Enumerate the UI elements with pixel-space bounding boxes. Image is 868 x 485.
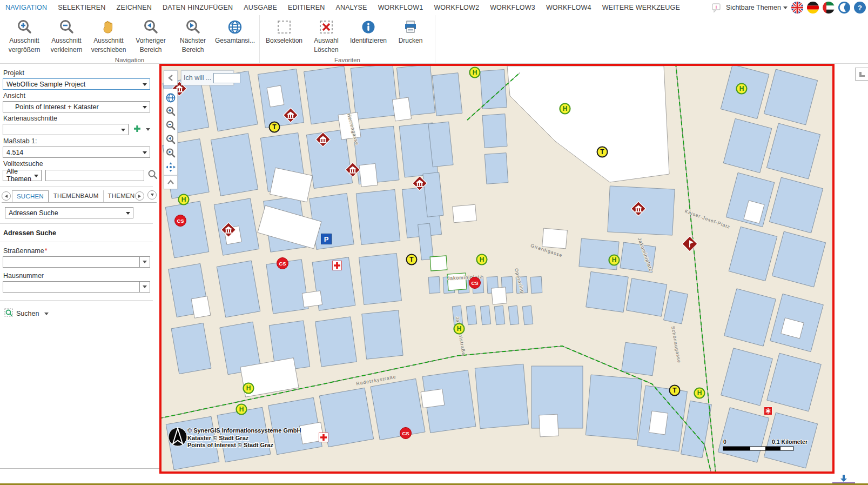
sidebar-tab-suchen[interactable]: SUCHEN bbox=[12, 190, 49, 202]
kartenausschnitte-select[interactable] bbox=[3, 124, 129, 135]
special-building bbox=[392, 97, 411, 121]
transit-stop-marker[interactable]: H bbox=[454, 324, 465, 334]
zoom-out-magnifier-button[interactable]: Ausschnittverkleinern bbox=[45, 16, 88, 54]
menu-tab-weitere-werkzeuge[interactable]: WEITERE WERKZEUGE bbox=[597, 0, 685, 15]
globe-button[interactable]: Gesamtansi... bbox=[214, 16, 256, 45]
cs-poi-marker[interactable]: CS bbox=[469, 277, 481, 289]
locate-icon[interactable] bbox=[165, 162, 176, 172]
help-icon[interactable]: ? bbox=[854, 2, 866, 14]
sidebar-tab-themenbaum[interactable]: THEMENBAUM bbox=[49, 190, 103, 202]
menu-tab-workflow2[interactable]: WORKFLOW2 bbox=[428, 0, 485, 15]
box-select-button[interactable]: Boxselektion bbox=[263, 16, 305, 45]
volltext-query-input[interactable] bbox=[45, 170, 144, 181]
menu-tab-editieren[interactable]: EDITIEREN bbox=[282, 0, 330, 15]
transit-stop-marker[interactable]: H bbox=[244, 383, 254, 394]
visible-themes-bubble-icon[interactable]: i bbox=[711, 2, 723, 14]
pan-hand-button[interactable]: Ausschnittverschieben bbox=[88, 16, 130, 54]
zoom-in-icon[interactable] bbox=[165, 106, 176, 117]
taxi-marker[interactable]: T bbox=[407, 255, 417, 265]
tabs-scroll-right-button[interactable] bbox=[135, 191, 144, 201]
menu-tab-analyse[interactable]: ANALYSE bbox=[330, 0, 372, 15]
map-viewport[interactable]: HerrengasseJakominiplatzJakominiplatzJak… bbox=[159, 64, 835, 474]
menu-tab-zeichnen[interactable]: ZEICHNEN bbox=[111, 0, 158, 15]
menu-tab-ausgabe[interactable]: AUSGABE bbox=[238, 0, 282, 15]
massstab-select[interactable]: 4.514 bbox=[3, 147, 150, 158]
cs-poi-marker[interactable]: CS bbox=[175, 215, 186, 227]
crescent-icon[interactable] bbox=[838, 2, 850, 14]
map-canvas[interactable]: HerrengasseJakominiplatzJakominiplatzJak… bbox=[162, 66, 832, 471]
transit-stop-marker[interactable]: H bbox=[560, 104, 570, 114]
bottom-panel-expand-button[interactable] bbox=[838, 474, 849, 482]
ribbon-group-label: Favoriten bbox=[260, 57, 435, 63]
menu-tab-daten-hinzuf-gen[interactable]: DATEN HINZUFÜGEN bbox=[157, 0, 238, 15]
transit-stop-marker[interactable]: H bbox=[237, 404, 247, 415]
sidebar-tab-themenfilter[interactable]: THEMENFILTER bbox=[103, 190, 135, 202]
button-label: Identifizieren bbox=[350, 37, 387, 45]
pharmacy-cross-marker[interactable] bbox=[319, 433, 328, 442]
volltext-search-icon[interactable] bbox=[147, 169, 158, 181]
taxi-marker[interactable]: T bbox=[270, 122, 280, 132]
building-block bbox=[466, 305, 476, 324]
search-tool-select[interactable]: Adressen Suche bbox=[5, 207, 133, 218]
cs-poi-marker[interactable]: CS bbox=[400, 428, 412, 439]
zoom-out-icon[interactable] bbox=[165, 120, 176, 131]
transit-stop-marker[interactable]: H bbox=[179, 195, 189, 205]
menu-tab-workflow1[interactable]: WORKFLOW1 bbox=[373, 0, 429, 15]
prev-extent-icon[interactable] bbox=[165, 134, 176, 145]
transit-stop-marker[interactable]: H bbox=[737, 84, 747, 94]
zoom-in-magnifier-button[interactable]: Ausschnittvergrößern bbox=[3, 16, 45, 54]
strassenname-dropdown-button[interactable] bbox=[139, 256, 150, 268]
volltext-scope-select[interactable]: Alle Themen bbox=[3, 170, 42, 181]
transit-stop-marker[interactable]: H bbox=[470, 68, 480, 78]
transit-stop-marker[interactable]: H bbox=[695, 388, 705, 398]
building-block bbox=[428, 122, 453, 167]
identify-info-icon bbox=[360, 18, 376, 36]
prev-extent-magnifier-button[interactable]: VorherigerBereich bbox=[130, 16, 172, 54]
overview-map-button[interactable] bbox=[855, 68, 868, 81]
ich-will-input[interactable] bbox=[213, 73, 240, 83]
next-extent-icon[interactable] bbox=[165, 148, 176, 158]
flag-de-icon[interactable] bbox=[807, 2, 819, 14]
projekt-select[interactable]: WebOffice Sample Project bbox=[3, 78, 150, 90]
identify-info-button[interactable]: Identifizieren bbox=[347, 16, 389, 45]
cs-poi-marker[interactable]: CS bbox=[277, 258, 288, 269]
transit-stop-marker[interactable]: H bbox=[609, 255, 620, 265]
map-toolbar bbox=[164, 89, 178, 176]
menu-tab-workflow3[interactable]: WORKFLOW3 bbox=[485, 0, 541, 15]
strassenname-label-text: Straßenname bbox=[3, 247, 44, 255]
attraction-asterisk-marker[interactable] bbox=[764, 407, 772, 415]
map-toolbar-collapse-button[interactable] bbox=[164, 175, 178, 189]
flag-uk-icon[interactable] bbox=[791, 2, 803, 14]
transit-stop-marker[interactable]: H bbox=[477, 255, 487, 265]
button-label: Drucken bbox=[399, 37, 423, 45]
button-label: Bereich bbox=[182, 46, 204, 54]
menu-tab-navigation[interactable]: NAVIGATION bbox=[0, 0, 52, 15]
suchen-button[interactable]: Suchen bbox=[3, 308, 150, 319]
next-extent-magnifier-button[interactable]: NächsterBereich bbox=[172, 16, 214, 54]
add-extent-plus-icon[interactable] bbox=[133, 124, 142, 135]
taxi-marker[interactable]: T bbox=[670, 386, 680, 396]
sidebar-collapse-button[interactable] bbox=[164, 70, 178, 85]
hausnummer-dropdown-button[interactable] bbox=[139, 281, 150, 293]
visible-themes-chevron-down-icon[interactable] bbox=[783, 6, 788, 9]
special-building bbox=[492, 287, 507, 304]
printer-button[interactable]: Drucken bbox=[389, 16, 432, 45]
hausnummer-input[interactable] bbox=[3, 281, 139, 293]
tabs-scroll-left-button[interactable] bbox=[2, 191, 11, 201]
strassenname-input[interactable] bbox=[3, 256, 139, 268]
button-label: Ausschnitt bbox=[9, 37, 39, 45]
overview-globe-icon[interactable] bbox=[165, 92, 176, 103]
visible-themes-label[interactable]: Sichtbare Themen bbox=[726, 4, 781, 11]
parking-marker[interactable]: P bbox=[321, 234, 332, 244]
add-extent-chevron-down-icon[interactable] bbox=[146, 128, 150, 131]
ansicht-select[interactable]: Points of Interest + Kataster bbox=[3, 101, 150, 112]
menu-tab-selektieren[interactable]: SELEKTIEREN bbox=[52, 0, 111, 15]
building-block bbox=[266, 260, 308, 314]
taxi-marker[interactable]: T bbox=[597, 147, 608, 157]
menu-tab-workflow4[interactable]: WORKFLOW4 bbox=[541, 0, 597, 15]
special-building bbox=[302, 291, 322, 307]
clear-selection-button[interactable]: AuswahlLöschen bbox=[305, 16, 347, 54]
pharmacy-cross-marker[interactable] bbox=[333, 261, 342, 270]
flag-ae-icon[interactable] bbox=[823, 2, 835, 14]
tabs-overflow-button[interactable] bbox=[147, 190, 157, 200]
